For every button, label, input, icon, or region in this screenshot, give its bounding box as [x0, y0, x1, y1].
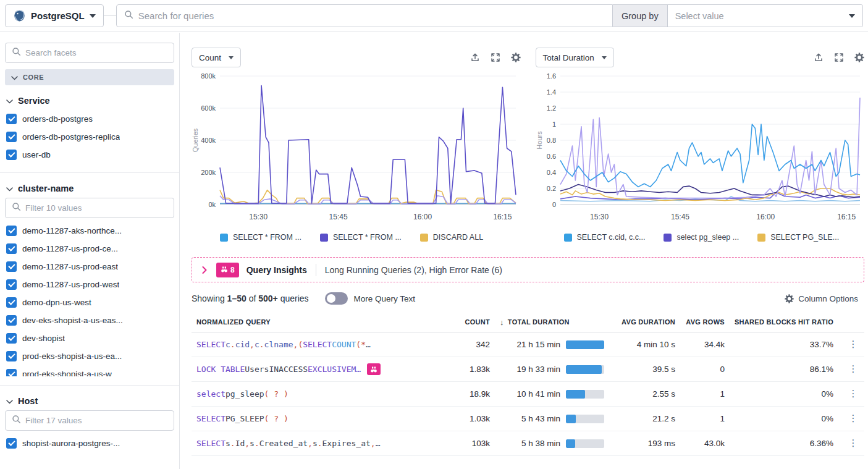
- checkbox-checked-icon[interactable]: [6, 226, 17, 236]
- query-search-box[interactable]: [116, 4, 613, 27]
- legend-swatch: [320, 234, 328, 242]
- count-cell: 1.83k: [447, 365, 490, 374]
- column-header-avg-duration[interactable]: AVG DURATION: [604, 318, 675, 326]
- facet-search-box[interactable]: [5, 43, 174, 63]
- facet-search-input[interactable]: [25, 48, 167, 57]
- checkbox-checked-icon[interactable]: [6, 315, 17, 326]
- row-menu-kebab-icon[interactable]: ⋮: [842, 389, 864, 399]
- gear-icon[interactable]: [854, 53, 864, 62]
- checkbox-checked-icon[interactable]: [6, 132, 17, 142]
- y-tick-label: 800k: [201, 72, 216, 80]
- facet-checkbox-item[interactable]: demo-11287-aks-northce...: [5, 222, 174, 240]
- count-cell: 1.03k: [447, 414, 490, 423]
- duration-chart[interactable]: 00.20.40.60.811.21.41.615:3015:4516:0016…: [536, 67, 866, 226]
- checkbox-checked-icon[interactable]: [6, 261, 17, 272]
- y-tick-label: 1: [552, 120, 555, 128]
- query-search-input[interactable]: [138, 11, 605, 21]
- facet-group-cluster-name[interactable]: cluster-name: [6, 183, 174, 194]
- checkbox-checked-icon[interactable]: [6, 243, 17, 254]
- checkbox-checked-icon[interactable]: [6, 369, 17, 376]
- facet-checkbox-item[interactable]: shopist-aurora-postgres-...: [5, 434, 174, 452]
- facet-checkbox-item[interactable]: orders-db-postgres: [5, 110, 174, 128]
- x-tick-label: 16:00: [756, 213, 775, 221]
- column-options-button[interactable]: Column Options: [785, 294, 858, 303]
- column-header-normalized-query[interactable]: NORMALIZED QUERY: [192, 318, 447, 326]
- facet-checkbox-item[interactable]: demo-11287-us-prod-ce...: [5, 240, 174, 258]
- query-insight-badge[interactable]: [367, 363, 381, 375]
- facet-group-host[interactable]: Host: [6, 395, 174, 407]
- checkbox-checked-icon[interactable]: [6, 114, 17, 124]
- normalized-query-cell[interactable]: select pg_sleep ( ? ): [192, 389, 447, 399]
- facet-checkbox-item[interactable]: orders-db-postgres-replica: [5, 128, 174, 146]
- legend-item[interactable]: DISCARD ALL: [420, 233, 483, 242]
- insights-summary: Long Running Queries (2), High Error Rat…: [325, 265, 502, 275]
- x-tick-label: 16:15: [837, 213, 856, 221]
- export-icon[interactable]: [814, 53, 824, 62]
- fullscreen-icon[interactable]: [491, 53, 500, 62]
- more-query-text-toggle[interactable]: [325, 292, 348, 305]
- facet-checkbox-item[interactable]: demo-11287-us-prod-west: [5, 276, 174, 294]
- row-menu-kebab-icon[interactable]: ⋮: [842, 438, 864, 449]
- facet-checkbox-item[interactable]: user-db: [5, 146, 174, 164]
- cluster-filter-box[interactable]: [5, 198, 174, 218]
- facet-checkbox-item[interactable]: dev-shopist: [5, 329, 174, 347]
- host-filter-input[interactable]: [25, 416, 167, 425]
- fullscreen-icon[interactable]: [834, 53, 844, 62]
- row-menu-kebab-icon[interactable]: ⋮: [842, 339, 864, 350]
- legend-item[interactable]: SELECT * FROM ...: [220, 233, 301, 242]
- legend-item[interactable]: SELECT c.cid, c.c...: [564, 233, 646, 242]
- table-row[interactable]: SELECT c.cid, c.clname, ( SELECT COUNT (…: [192, 332, 864, 357]
- product-selector[interactable]: PostgreSQL: [5, 4, 104, 27]
- legend-item[interactable]: SELECT * FROM ...: [320, 233, 402, 242]
- count-cell: 342: [447, 340, 490, 349]
- normalized-query-cell[interactable]: SELECT c.cid, c.clname, ( SELECT COUNT (…: [192, 340, 447, 349]
- facet-checkbox-item[interactable]: prod-eks-shopist-a-us-ea...: [5, 347, 174, 365]
- row-menu-kebab-icon[interactable]: ⋮: [842, 364, 864, 374]
- table-row[interactable]: SELECT s. Id, s. Created_at, s. Expires_…: [192, 431, 864, 456]
- facet-checkbox-item[interactable]: demo-dpn-us-west: [5, 294, 174, 311]
- facet-checkbox-item[interactable]: dev-eks-shopist-a-us-eas...: [5, 311, 174, 329]
- checkbox-checked-icon[interactable]: [6, 333, 17, 344]
- avg-rows-cell: 0: [675, 365, 725, 374]
- normalized-query-cell[interactable]: SELECT PG_SLEEP ( ? ): [192, 414, 447, 423]
- y-tick-label: 0.6: [546, 153, 555, 160]
- export-icon[interactable]: [470, 53, 480, 62]
- query-insights-banner[interactable]: 8 Query Insights Long Running Queries (2…: [192, 257, 864, 282]
- column-header-avg-rows[interactable]: AVG ROWS: [675, 318, 725, 326]
- connector-line: [104, 15, 116, 16]
- legend-swatch: [420, 234, 428, 242]
- legend-item[interactable]: select pg_sleep ...: [664, 233, 739, 242]
- legend-label: SELECT c.cid, c.c...: [577, 233, 646, 242]
- column-header-count[interactable]: COUNT: [447, 318, 490, 326]
- checkbox-checked-icon[interactable]: [6, 351, 17, 361]
- checkbox-checked-icon[interactable]: [6, 279, 17, 290]
- divider: [0, 385, 179, 386]
- core-section-header[interactable]: CORE: [5, 69, 174, 85]
- facet-checkbox-item[interactable]: prod-eks-shopist-a-us-w: [5, 365, 174, 376]
- cluster-filter-input[interactable]: [25, 203, 167, 213]
- group-by-select[interactable]: Select value: [668, 5, 862, 27]
- normalized-query-cell[interactable]: LOCK TABLE Users IN ACCESS EXCLUSIVE M…: [192, 363, 447, 375]
- checkbox-checked-icon[interactable]: [6, 438, 17, 449]
- facet-checkbox-item[interactable]: demo-11287-us-prod-east: [5, 258, 174, 276]
- table-row[interactable]: select pg_sleep ( ? )18.9k10 h 41 min2.5…: [192, 382, 864, 407]
- table-row[interactable]: SELECT PG_SLEEP ( ? )1.03k5 h 43 min21.2…: [192, 407, 864, 431]
- host-filter-box[interactable]: [5, 410, 174, 431]
- column-header-shared-blocks-hit-ratio[interactable]: SHARED BLOCKS HIT RATIO: [725, 318, 842, 326]
- checkbox-checked-icon[interactable]: [6, 150, 17, 160]
- y-tick-label: 200k: [201, 169, 216, 176]
- gear-icon[interactable]: [511, 53, 521, 62]
- table-row[interactable]: LOCK TABLE Users IN ACCESS EXCLUSIVE M… …: [192, 357, 864, 382]
- chevron-right-icon[interactable]: [202, 266, 207, 274]
- duration-metric-select[interactable]: Total Duration: [536, 48, 614, 67]
- count-metric-select[interactable]: Count: [192, 48, 241, 67]
- sort-desc-icon[interactable]: ↓: [500, 318, 504, 327]
- column-header-total-duration[interactable]: ↓ TOTAL DURATION: [490, 318, 604, 327]
- group-by-label: Group by: [613, 5, 668, 27]
- facet-group-service[interactable]: Service: [6, 95, 174, 106]
- count-chart[interactable]: 0k200k400k600k800k15:3015:4516:0016:15Qu…: [192, 67, 522, 226]
- normalized-query-cell[interactable]: SELECT s. Id, s. Created_at, s. Expires_…: [192, 439, 447, 448]
- legend-item[interactable]: SELECT PG_SLE...: [757, 233, 839, 242]
- checkbox-checked-icon[interactable]: [6, 297, 17, 308]
- row-menu-kebab-icon[interactable]: ⋮: [842, 413, 864, 424]
